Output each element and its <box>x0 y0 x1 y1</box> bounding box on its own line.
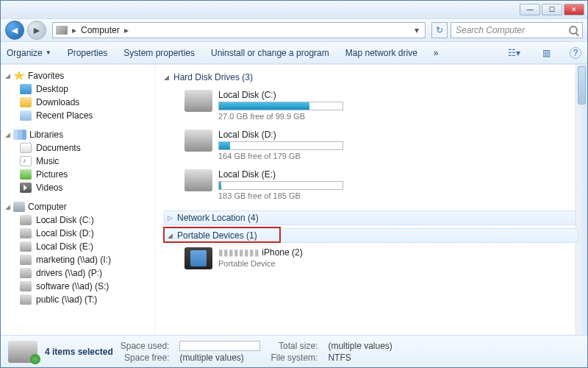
maximize-button[interactable]: ☐ <box>542 4 562 15</box>
group-network-location[interactable]: ▷Network Location (4) <box>164 210 578 225</box>
sidebar-item-disk-c[interactable]: Local Disk (C:) <box>1 213 154 227</box>
computer-group[interactable]: ◢Computer <box>1 200 154 213</box>
total-size-value: (multiple values) <box>328 341 392 351</box>
favorites-group[interactable]: ◢Favorites <box>1 69 154 82</box>
drive-c[interactable]: Local Disk (C:) 27.0 GB free of 99.9 GB <box>184 90 376 121</box>
search-placeholder: Search Computer <box>456 25 525 35</box>
sidebar-item-music[interactable]: Music <box>1 155 154 168</box>
sidebar-item-net-t[interactable]: public (\\ad) (T:) <box>1 293 154 306</box>
sidebar-item-net-i[interactable]: marketing (\\ad) (I:) <box>1 253 154 266</box>
usage-bar <box>218 181 343 190</box>
space-free-value: (multiple values) <box>179 353 260 363</box>
forward-button[interactable]: ► <box>27 21 46 40</box>
address-bar[interactable]: ▸ Computer ▸ ▾ <box>52 22 426 38</box>
system-properties-button[interactable]: System properties <box>123 48 195 58</box>
network-disk-icon <box>20 294 32 305</box>
breadcrumb-computer[interactable]: Computer <box>78 25 123 35</box>
group-hard-disk-drives[interactable]: ◢Hard Disk Drives (3) <box>164 69 578 85</box>
computer-icon <box>13 202 25 212</box>
desktop-icon <box>20 84 32 94</box>
star-icon <box>13 71 25 81</box>
disk-icon <box>20 215 32 225</box>
sidebar-item-net-p[interactable]: drivers (\\ad) (P:) <box>1 266 154 280</box>
music-icon <box>20 156 32 166</box>
main-pane: ◢Hard Disk Drives (3) Local Disk (C:) 27… <box>155 65 587 335</box>
recent-icon <box>20 110 32 121</box>
nav-pane: ◢Favorites Desktop Downloads Recent Plac… <box>1 65 155 335</box>
address-dropdown[interactable]: ▾ <box>412 25 422 35</box>
sidebar-item-disk-d[interactable]: Local Disk (D:) <box>1 227 154 240</box>
pictures-icon <box>20 169 32 180</box>
videos-icon <box>20 183 32 193</box>
group-portable-devices[interactable]: ◢Portable Devices (1) <box>164 228 578 243</box>
view-options-button[interactable]: ☷▾ <box>505 48 523 58</box>
computer-icon <box>56 26 68 35</box>
sidebar-item-disk-e[interactable]: Local Disk (E:) <box>1 240 154 253</box>
folder-icon <box>20 97 32 107</box>
explorer-window: — ☐ ✕ ◄ ► ▸ Computer ▸ ▾ ↻ Search Comput… <box>0 0 588 368</box>
search-input[interactable]: Search Computer <box>451 22 583 38</box>
selection-icon <box>8 341 37 363</box>
command-bar: Organize ▼ Properties System properties … <box>1 42 587 64</box>
details-pane: 4 items selected Space used: Total size:… <box>1 335 587 367</box>
sidebar-item-documents[interactable]: Documents <box>1 141 154 155</box>
titlebar: — ☐ ✕ <box>1 1 587 18</box>
sidebar-item-pictures[interactable]: Pictures <box>1 168 154 181</box>
libraries-group[interactable]: ◢Libraries <box>1 128 154 141</box>
help-button[interactable]: ? <box>570 47 581 59</box>
navigation-bar: ◄ ► ▸ Computer ▸ ▾ ↻ Search Computer <box>1 18 587 42</box>
documents-icon <box>20 143 32 153</box>
preview-pane-button[interactable]: ▥ <box>539 48 553 58</box>
portable-device-iphone[interactable]: ▮▮▮▮▮▮▮▮ iPhone (2) Portable Device <box>184 247 376 269</box>
sidebar-item-videos[interactable]: Videos <box>1 181 154 194</box>
chevron-right-icon[interactable]: ▸ <box>123 25 130 35</box>
chevron-right-icon[interactable]: ▸ <box>71 25 78 35</box>
selection-summary: 4 items selected <box>45 347 113 357</box>
device-icon <box>184 247 212 269</box>
toolbar-overflow[interactable]: » <box>434 48 439 58</box>
organize-menu[interactable]: Organize ▼ <box>7 48 51 58</box>
search-icon <box>569 26 578 35</box>
content-area: ◢Favorites Desktop Downloads Recent Plac… <box>1 64 587 335</box>
network-disk-icon <box>20 268 32 278</box>
sidebar-item-net-s[interactable]: software (\\ad) (S:) <box>1 280 154 293</box>
refresh-button[interactable]: ↻ <box>431 22 448 38</box>
close-button[interactable]: ✕ <box>564 4 584 15</box>
usage-bar <box>218 102 343 110</box>
sidebar-item-downloads[interactable]: Downloads <box>1 96 154 109</box>
space-used-value <box>179 341 260 351</box>
libraries-icon <box>13 130 26 140</box>
drive-d[interactable]: Local Disk (D:) 164 GB free of 179 GB <box>184 130 376 160</box>
scrollbar[interactable] <box>576 65 587 335</box>
minimize-button[interactable]: — <box>520 4 540 15</box>
disk-icon <box>184 90 212 112</box>
network-disk-icon <box>20 281 32 291</box>
scrollbar-thumb[interactable] <box>578 66 586 105</box>
disk-icon <box>20 241 32 252</box>
network-disk-icon <box>20 255 32 265</box>
uninstall-button[interactable]: Uninstall or change a program <box>211 48 329 58</box>
filesystem-value: NTFS <box>328 353 392 363</box>
properties-button[interactable]: Properties <box>68 48 108 58</box>
disk-icon <box>184 130 212 152</box>
back-button[interactable]: ◄ <box>5 21 24 40</box>
disk-icon <box>20 228 32 238</box>
usage-bar <box>218 141 343 150</box>
map-drive-button[interactable]: Map network drive <box>345 48 417 58</box>
drive-e[interactable]: Local Disk (E:) 183 GB free of 185 GB <box>184 169 376 200</box>
sidebar-item-recent[interactable]: Recent Places <box>1 109 154 122</box>
sidebar-item-desktop[interactable]: Desktop <box>1 82 154 96</box>
disk-icon <box>184 169 212 191</box>
